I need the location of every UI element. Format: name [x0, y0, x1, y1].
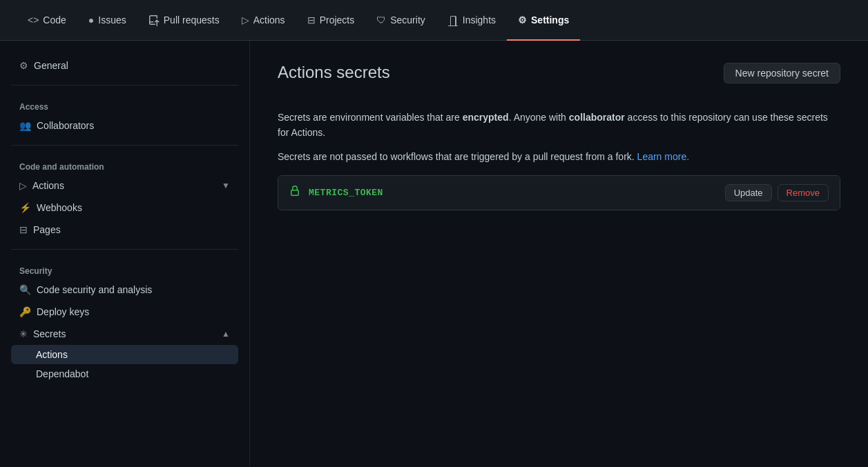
sidebar-sub-item-actions[interactable]: Actions: [11, 345, 238, 364]
nav-settings[interactable]: ⚙ Settings: [507, 0, 580, 41]
sidebar-collaborators-label: Collaborators: [37, 120, 94, 131]
sidebar-section-security: Security: [11, 258, 238, 279]
nav-issues[interactable]: ● Issues: [77, 0, 137, 41]
sidebar-section-access: Access: [11, 94, 238, 115]
secret-action-buttons: Update Remove: [725, 184, 829, 201]
pages-icon: ⊟: [19, 224, 28, 235]
settings-icon: ⚙: [518, 14, 527, 26]
code-icon: <>: [28, 14, 39, 26]
actions-chevron-icon: ▼: [222, 181, 230, 190]
page-title: Actions secrets: [278, 63, 390, 82]
sidebar-deploy-keys-label: Deploy keys: [37, 306, 89, 317]
update-secret-button[interactable]: Update: [725, 184, 772, 201]
sidebar-divider-1: [11, 85, 238, 86]
nav-security-label: Security: [390, 14, 425, 26]
nav-projects[interactable]: ⊟ Projects: [296, 0, 366, 41]
secrets-list: METRICS_TOKEN Update Remove: [278, 175, 840, 210]
description-line2: Secrets are not passed to workflows that…: [278, 149, 840, 164]
sidebar-sub-item-dependabot[interactable]: Dependabot: [11, 364, 238, 384]
insights-icon: [447, 14, 459, 26]
nav-security[interactable]: 🛡 Security: [365, 0, 436, 41]
sidebar-actions-label: Actions: [32, 180, 64, 191]
main-content: Actions secrets New repository secret Se…: [250, 41, 868, 467]
desc1-pre: Secrets are environment variables that a…: [278, 112, 463, 123]
sidebar-webhooks-label: Webhooks: [37, 202, 82, 213]
actions-icon: ▷: [242, 14, 249, 26]
page-layout: ⚙ General Access 👥 Collaborators Code an…: [0, 41, 868, 467]
description-line1: Secrets are environment variables that a…: [278, 110, 840, 141]
nav-code[interactable]: <> Code: [17, 0, 77, 41]
webhooks-icon: ⚡: [19, 202, 31, 213]
sidebar-divider-3: [11, 249, 238, 250]
sidebar-divider-2: [11, 145, 238, 146]
sidebar-item-collaborators[interactable]: 👥 Collaborators: [11, 115, 238, 137]
sidebar: ⚙ General Access 👥 Collaborators Code an…: [0, 41, 250, 467]
nav-issues-label: Issues: [98, 14, 126, 26]
sidebar-item-general[interactable]: ⚙ General: [11, 54, 238, 77]
security-icon: 🛡: [376, 14, 386, 26]
new-repository-secret-button[interactable]: New repository secret: [724, 63, 840, 83]
top-navigation: <> Code ● Issues Pull requests ▷ Actions…: [0, 0, 868, 41]
sidebar-item-webhooks[interactable]: ⚡ Webhooks: [11, 197, 238, 219]
sidebar-item-deploy-keys[interactable]: 🔑 Deploy keys: [11, 301, 238, 323]
sidebar-item-actions[interactable]: ▷ Actions ▼: [11, 175, 238, 197]
nav-insights[interactable]: Insights: [436, 0, 507, 41]
pull-requests-icon: [148, 14, 160, 26]
nav-actions-label: Actions: [253, 14, 285, 26]
nav-actions[interactable]: ▷ Actions: [231, 0, 296, 41]
sidebar-section-code-automation: Code and automation: [11, 154, 238, 175]
desc1-mid: . Anyone with: [509, 112, 569, 123]
secret-name: METRICS_TOKEN: [309, 188, 717, 198]
remove-secret-button[interactable]: Remove: [778, 184, 829, 201]
nav-insights-label: Insights: [463, 14, 496, 26]
sidebar-item-pages[interactable]: ⊟ Pages: [11, 219, 238, 241]
secret-row-metrics-token: METRICS_TOKEN Update Remove: [278, 176, 840, 210]
desc2-pre: Secrets are not passed to workflows that…: [278, 151, 637, 162]
secrets-chevron-icon: ▲: [222, 329, 230, 339]
lock-icon: [289, 186, 300, 200]
sidebar-sub-actions-label: Actions: [36, 349, 68, 360]
sidebar-sub-dependabot-label: Dependabot: [36, 368, 88, 379]
learn-more-link[interactable]: Learn more.: [637, 151, 689, 162]
sidebar-code-security-label: Code security and analysis: [37, 284, 152, 295]
nav-pull-requests[interactable]: Pull requests: [137, 0, 231, 41]
projects-icon: ⊟: [307, 14, 316, 26]
issues-icon: ●: [88, 14, 94, 26]
desc1-bold1: encrypted: [463, 112, 509, 123]
nav-pull-requests-label: Pull requests: [164, 14, 220, 26]
general-icon: ⚙: [19, 60, 28, 71]
desc1-bold2: collaborator: [569, 112, 625, 123]
sidebar-general-label: General: [34, 60, 68, 71]
secrets-icon: ✳: [19, 328, 28, 339]
sidebar-item-secrets[interactable]: ✳ Secrets ▲: [11, 323, 238, 345]
sidebar-secrets-label: Secrets: [33, 328, 66, 339]
actions-sidebar-icon: ▷: [19, 180, 27, 191]
deploy-keys-icon: 🔑: [19, 306, 31, 317]
code-security-icon: 🔍: [19, 284, 31, 295]
nav-code-label: Code: [43, 14, 66, 26]
sidebar-item-code-security[interactable]: 🔍 Code security and analysis: [11, 279, 238, 301]
collaborators-icon: 👥: [19, 120, 31, 131]
nav-projects-label: Projects: [320, 14, 355, 26]
nav-settings-label: Settings: [531, 14, 569, 26]
sidebar-pages-label: Pages: [33, 224, 61, 235]
